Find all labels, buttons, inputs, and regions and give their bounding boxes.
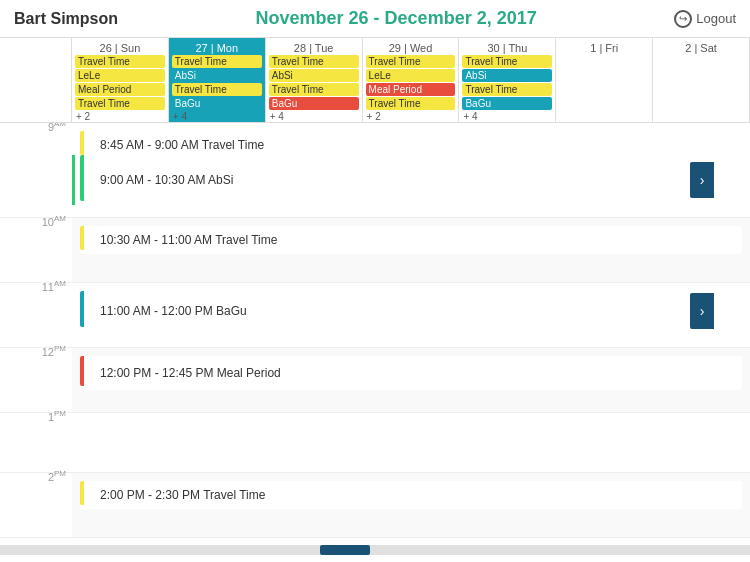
event-block: 12:00 PM - 12:45 PM Meal Period [80, 356, 742, 390]
time-row-1: 10AM10:30 AM - 11:00 AM Travel Time [0, 218, 750, 283]
day-event-pill: AbSi [269, 69, 359, 82]
event-block: 11:00 AM - 12:00 PM BaGu› [80, 291, 714, 331]
day-event-pill: Travel Time [75, 97, 165, 110]
day-event-pill: Travel Time [269, 55, 359, 68]
time-row-4: 1PM [0, 413, 750, 473]
more-badge: + 4 [268, 111, 360, 122]
time-label-3: 12PM [0, 340, 72, 404]
logout-icon: ↪ [674, 10, 692, 28]
app-header: Bart Simpson November 26 - December 2, 2… [0, 0, 750, 38]
day-event-pill: BaGu [269, 97, 359, 110]
event-nav-button[interactable]: › [690, 162, 714, 198]
day-event-pill: Travel Time [269, 83, 359, 96]
event-text: 9:00 AM - 10:30 AM AbSi [100, 173, 233, 187]
more-badge: + 2 [365, 111, 457, 122]
day-event-pill: BaGu [172, 97, 262, 110]
day-event-pill: Travel Time [172, 55, 262, 68]
day-event-pill: LeLe [366, 69, 456, 82]
event-text: 8:45 AM - 9:00 AM Travel Time [100, 138, 264, 152]
event-color-bar [80, 356, 84, 386]
event-text: 10:30 AM - 11:00 AM Travel Time [100, 233, 277, 247]
grid-content-2: 11:00 AM - 12:00 PM BaGu› [72, 283, 750, 347]
event-color-bar [80, 131, 84, 155]
day-col-1[interactable]: 27 | MonTravel TimeAbSiTravel TimeBaGu+ … [169, 38, 266, 122]
time-row-3: 12PM12:00 PM - 12:45 PM Meal Period [0, 348, 750, 413]
event-color-bar [80, 226, 84, 250]
event-text: 12:00 PM - 12:45 PM Meal Period [100, 366, 281, 380]
time-row-0: 9AM8:45 AM - 9:00 AM Travel Time9:00 AM … [0, 123, 750, 218]
event-block: 10:30 AM - 11:00 AM Travel Time [80, 226, 742, 254]
day-event-pill: AbSi [462, 69, 552, 82]
event-nav-button[interactable]: › [690, 293, 714, 329]
time-row-2: 11AM11:00 AM - 12:00 PM BaGu› [0, 283, 750, 348]
grid-content-0: 8:45 AM - 9:00 AM Travel Time9:00 AM - 1… [72, 123, 750, 217]
day-label-6: 2 | Sat [655, 42, 747, 54]
day-col-0[interactable]: 26 | SunTravel TimeLeLeMeal PeriodTravel… [72, 38, 169, 122]
time-label-4: 1PM [0, 405, 72, 464]
logout-button[interactable]: ↪ Logout [674, 10, 736, 28]
day-label-4: 30 | Thu [461, 42, 553, 54]
logout-label: Logout [696, 11, 736, 26]
day-col-5[interactable]: 1 | Fri [556, 38, 653, 122]
time-label-1: 10AM [0, 210, 72, 274]
day-event-pill: LeLe [75, 69, 165, 82]
more-badge: + 2 [74, 111, 166, 122]
day-label-3: 29 | Wed [365, 42, 457, 54]
day-label-0: 26 | Sun [74, 42, 166, 54]
event-block: 2:00 PM - 2:30 PM Travel Time [80, 481, 742, 509]
day-header-row: 26 | SunTravel TimeLeLeMeal PeriodTravel… [0, 38, 750, 123]
grid-content-4 [72, 413, 750, 472]
day-col-3[interactable]: 29 | WedTravel TimeLeLeMeal PeriodTravel… [363, 38, 460, 122]
day-col-6[interactable]: 2 | Sat [653, 38, 750, 122]
day-event-pill: AbSi [172, 69, 262, 82]
grid-content-5: 2:00 PM - 2:30 PM Travel Time [72, 473, 750, 537]
event-text: 11:00 AM - 12:00 PM BaGu [100, 304, 247, 318]
calendar-body[interactable]: 9AM8:45 AM - 9:00 AM Travel Time9:00 AM … [0, 123, 750, 543]
day-cols-container: 26 | SunTravel TimeLeLeMeal PeriodTravel… [72, 38, 750, 122]
event-color-bar [80, 155, 84, 201]
user-name: Bart Simpson [14, 10, 118, 28]
green-separator-line [72, 155, 75, 205]
day-label-2: 28 | Tue [268, 42, 360, 54]
day-event-pill: Travel Time [462, 83, 552, 96]
grid-content-3: 12:00 PM - 12:45 PM Meal Period [72, 348, 750, 412]
day-event-pill: Travel Time [172, 83, 262, 96]
day-event-pill: BaGu [462, 97, 552, 110]
day-label-1: 27 | Mon [171, 42, 263, 54]
day-event-pill: Travel Time [462, 55, 552, 68]
grid-content-1: 10:30 AM - 11:00 AM Travel Time [72, 218, 750, 282]
day-event-pill: Travel Time [75, 55, 165, 68]
more-badge: + 4 [461, 111, 553, 122]
day-event-pill: Travel Time [366, 55, 456, 68]
time-row-5: 2PM2:00 PM - 2:30 PM Travel Time [0, 473, 750, 538]
day-col-4[interactable]: 30 | ThuTravel TimeAbSiTravel TimeBaGu+ … [459, 38, 556, 122]
time-label-5: 2PM [0, 465, 72, 529]
event-color-bar [80, 291, 84, 327]
day-label-5: 1 | Fri [558, 42, 650, 54]
event-text: 2:00 PM - 2:30 PM Travel Time [100, 488, 265, 502]
event-color-bar [80, 481, 84, 505]
day-event-pill: Meal Period [366, 83, 456, 96]
date-range: November 26 - December 2, 2017 [256, 8, 537, 29]
day-event-pill: Travel Time [366, 97, 456, 110]
scrollbar-thumb[interactable] [320, 545, 370, 555]
time-label-2: 11AM [0, 275, 72, 339]
time-label-0: 9AM [0, 123, 72, 209]
more-badge: + 4 [171, 111, 263, 122]
event-block: 9:00 AM - 10:30 AM AbSi› [80, 155, 714, 205]
time-col-spacer [0, 38, 72, 122]
day-event-pill: Meal Period [75, 83, 165, 96]
scrollbar-track[interactable] [0, 545, 750, 555]
day-col-2[interactable]: 28 | TueTravel TimeAbSiTravel TimeBaGu+ … [266, 38, 363, 122]
